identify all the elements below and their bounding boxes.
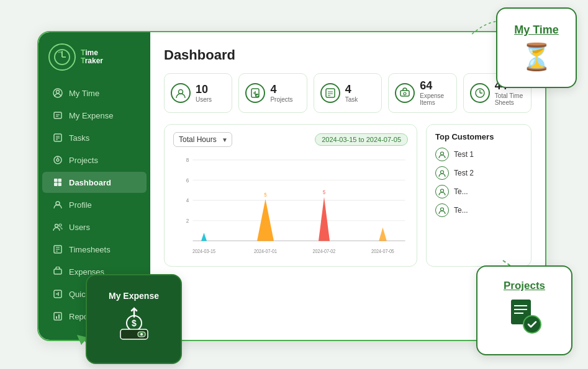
- customer-avatar-4: [435, 203, 449, 217]
- svg-point-64: [441, 171, 444, 174]
- stat-expense-info: 64 Expense Items: [420, 80, 450, 106]
- stat-users-icon: [171, 83, 191, 103]
- stat-tasks-value: 4: [345, 84, 358, 95]
- sidebar-item-label: Dashboard: [69, 178, 111, 187]
- chart-dropdown[interactable]: Total Hours: [173, 132, 232, 147]
- customer-item: Te...: [435, 185, 522, 198]
- svg-marker-57: [201, 233, 207, 241]
- svg-rect-29: [56, 316, 57, 319]
- stat-users-value: 10: [196, 84, 212, 95]
- svg-text:2024-07-02: 2024-07-02: [313, 248, 336, 254]
- sidebar-item-label: Tasks: [69, 133, 89, 143]
- svg-text:5: 5: [264, 192, 267, 198]
- svg-rect-15: [54, 179, 58, 182]
- svg-point-21: [59, 224, 61, 226]
- projects-card-title: Projects: [504, 280, 545, 292]
- svg-marker-60: [319, 197, 330, 241]
- svg-point-20: [55, 225, 58, 228]
- quickbooks-icon: [52, 288, 63, 300]
- svg-rect-18: [58, 183, 62, 187]
- svg-point-4: [57, 91, 60, 94]
- svg-text:2: 2: [186, 217, 189, 224]
- svg-rect-26: [54, 269, 61, 274]
- users-icon: [52, 221, 63, 233]
- expense-wallet-icon: $: [114, 306, 154, 348]
- svg-text:4: 4: [186, 197, 189, 204]
- stat-timesheets-label: Total Time Sheets: [495, 92, 525, 106]
- customer-item: Test 2: [435, 166, 522, 180]
- timesheets-icon: [52, 244, 63, 255]
- my-time-icon: [52, 87, 63, 99]
- stat-tasks-icon: [320, 83, 340, 103]
- sidebar-item-label: Profile: [69, 200, 92, 210]
- page-title: Dashboard: [164, 47, 531, 63]
- stat-tasks-info: 4 Task: [345, 84, 358, 103]
- stat-timesheets-icon: [470, 83, 490, 103]
- sidebar-item-my-time[interactable]: My Time: [42, 82, 147, 104]
- sidebar-item-profile[interactable]: Profile: [42, 194, 147, 215]
- svg-rect-28: [54, 313, 61, 320]
- svg-text:2024-03-15: 2024-03-15: [192, 248, 215, 254]
- logo-icon: [48, 43, 76, 71]
- sidebar-item-timesheets[interactable]: Timesheets: [42, 239, 147, 260]
- svg-text:5: 5: [323, 190, 326, 196]
- chart-body: 8 6 4 2 2024-03-15 2024-07-01 2024-07-02…: [173, 153, 408, 261]
- bottom-section: Total Hours ▼ 2024-03-15 to 2024-07-05: [164, 124, 531, 267]
- sidebar-item-label: Timesheets: [69, 245, 111, 254]
- stat-users-label: Users: [196, 96, 212, 103]
- customer-avatar-2: [435, 166, 449, 180]
- svg-text:$: $: [132, 318, 137, 328]
- stat-users: 10 Users: [164, 73, 232, 113]
- svg-point-71: [523, 316, 541, 333]
- stat-users-info: 10 Users: [196, 84, 212, 103]
- chart-dropdown-wrapper[interactable]: Total Hours ▼: [173, 132, 232, 147]
- stat-projects: 4 Projects: [238, 73, 307, 113]
- sidebar-item-dashboard[interactable]: Dashboard: [42, 172, 147, 193]
- svg-text:6: 6: [186, 177, 189, 184]
- svg-point-63: [441, 152, 444, 155]
- svg-rect-5: [54, 112, 61, 118]
- stat-expense-value: 64: [420, 80, 450, 91]
- svg-point-39: [404, 92, 406, 95]
- svg-point-76: [140, 333, 143, 336]
- date-range-badge: 2024-03-15 to 2024-07-05: [315, 133, 408, 146]
- stat-tasks-label: Task: [345, 96, 358, 103]
- svg-text:2024-07-01: 2024-07-01: [254, 248, 277, 254]
- expense-card-title: My Expense: [109, 291, 159, 301]
- sidebar-item-label: My Expense: [69, 111, 114, 120]
- tasks-icon: [52, 132, 63, 143]
- profile-icon: [52, 199, 63, 210]
- stat-expense-label: Expense Items: [420, 92, 450, 106]
- hourglass-icon: ⏳: [520, 42, 553, 72]
- reports-icon: [52, 311, 63, 322]
- logo-area: Time Traker: [38, 43, 150, 82]
- chart-svg: 8 6 4 2 2024-03-15 2024-07-01 2024-07-02…: [173, 153, 408, 261]
- svg-marker-58: [257, 199, 274, 241]
- svg-rect-16: [58, 179, 62, 182]
- svg-text:8: 8: [186, 156, 189, 163]
- chart-card: Total Hours ▼ 2024-03-15 to 2024-07-05: [164, 124, 417, 267]
- customer-avatar-1: [435, 148, 449, 161]
- svg-marker-62: [379, 228, 387, 241]
- stat-tasks: 4 Task: [314, 73, 382, 113]
- projects-icon: [52, 154, 63, 166]
- customer-item: Test 1: [435, 148, 522, 161]
- svg-rect-17: [54, 183, 58, 187]
- customer-name-3: Te...: [454, 187, 468, 196]
- sidebar-item-users[interactable]: Users: [42, 216, 147, 238]
- stats-row: 10 Users 4 Projects 4 Task: [164, 73, 531, 113]
- stat-projects-info: 4 Projects: [270, 84, 292, 103]
- sidebar-item-tasks[interactable]: Tasks: [42, 127, 147, 148]
- sidebar-item-my-expense[interactable]: My Expense: [42, 105, 147, 126]
- logo-text: Time Traker: [81, 49, 103, 65]
- customer-name-1: Test 1: [454, 150, 474, 159]
- sidebar-item-label: My Time: [69, 89, 99, 98]
- sidebar-item-projects[interactable]: Projects: [42, 149, 147, 171]
- dashboard-icon: [52, 177, 63, 188]
- my-time-card-title: My Time: [514, 24, 559, 37]
- customer-item: Te...: [435, 203, 522, 217]
- expenses-icon: [52, 266, 63, 277]
- svg-rect-34: [326, 89, 335, 97]
- stat-projects-value: 4: [270, 84, 292, 95]
- svg-text:2024-07-05: 2024-07-05: [371, 248, 394, 254]
